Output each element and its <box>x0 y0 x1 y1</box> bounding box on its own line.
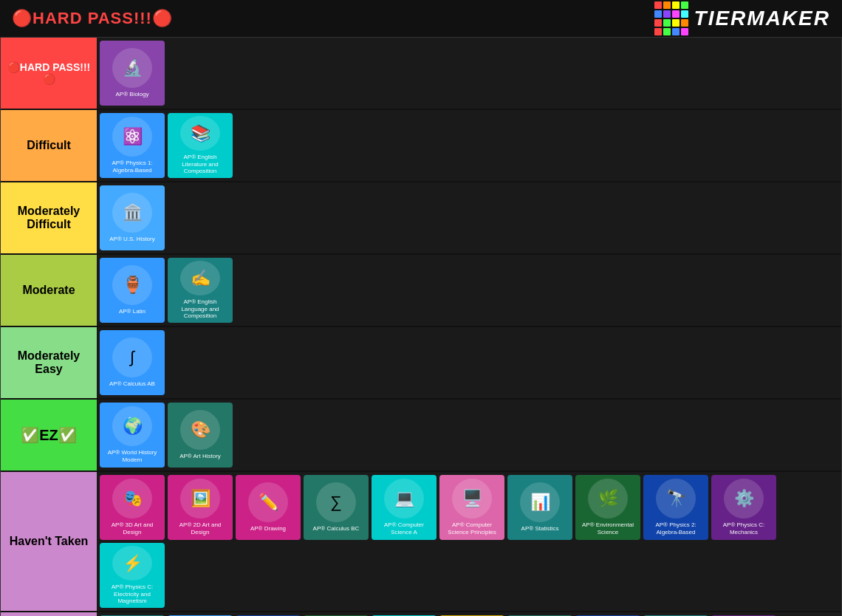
item-icon: ⚛️ <box>112 117 152 157</box>
item-icon: ⚙️ <box>724 479 764 519</box>
item-icon: 📊 <box>520 482 560 522</box>
tier-item[interactable]: 🌍AP® World History Modern <box>100 403 165 468</box>
item-icon: 🎨 <box>180 410 220 450</box>
logo-text: TiERMAKER <box>694 7 830 30</box>
tier-item[interactable]: 💻AP® Computer Science A <box>372 475 437 540</box>
tier-item[interactable]: ⚛️AP® Physics 1: Algebra-Based <box>100 113 165 178</box>
item-label: AP® 3D Art and Design <box>103 521 162 535</box>
item-label: AP® Computer Science A <box>374 521 434 535</box>
tier-item[interactable]: ∑AP® Calculus BC <box>304 475 369 540</box>
item-label: AP® Computer Science Principles <box>442 521 502 535</box>
item-label: AP® Statistics <box>521 525 559 533</box>
item-icon: 🎭 <box>112 479 152 519</box>
tier-label-havent-taken2: Haven't Taken <box>1 612 97 616</box>
tiermaker-logo: TiERMAKER <box>654 1 830 35</box>
tier-items-mod-difficult: 🏛️AP® U.S. History <box>97 182 841 253</box>
tier-item[interactable]: ∫AP® Calculus AB <box>100 330 165 395</box>
tier-row-mod-difficult: Moderately Difficult🏛️AP® U.S. History <box>1 182 841 255</box>
tier-items-difficult: ⚛️AP® Physics 1: Algebra-Based📚AP® Engli… <box>97 110 841 181</box>
tier-item[interactable]: 🎭AP® 3D Art and Design <box>100 475 165 540</box>
item-label: AP® Calculus BC <box>313 525 360 533</box>
header: 🔴HARD PASS!!!🔴 TiERMAKER <box>0 0 842 37</box>
tier-item[interactable]: 🖥️AP® Computer Science Principles <box>439 475 504 540</box>
item-icon: ⚡ <box>112 546 152 581</box>
tier-item[interactable]: 🌿AP® Environmental Science <box>575 475 640 540</box>
item-label: AP® Art History <box>179 453 221 460</box>
item-label: AP® Physics 2: Algebra-Based <box>646 521 705 535</box>
tier-row-havent-taken: Haven't Taken🎭AP® 3D Art and Design🖼️AP®… <box>1 472 841 612</box>
tier-items-hard: 🔬AP® Biology <box>97 38 841 109</box>
tier-row-mod-easy: Moderately Easy∫AP® Calculus AB <box>1 327 841 400</box>
logo-grid-icon <box>654 1 688 35</box>
item-label: AP® Physics C: Electricity and Magnetism <box>103 584 162 605</box>
tier-item[interactable]: 🔬AP® Biology <box>100 41 165 106</box>
item-label: AP® English Language and Composition <box>171 298 230 320</box>
tier-label-havent-taken: Haven't Taken <box>1 472 97 611</box>
item-label: AP® 2D Art and Design <box>171 521 230 535</box>
tier-row-moderate: Moderate🏺AP® Latin✍️AP® English Language… <box>1 255 841 327</box>
tier-item[interactable]: ⚡AP® Physics C: Electricity and Magnetis… <box>100 543 165 608</box>
item-label: AP® Physics C: Mechanics <box>714 521 773 535</box>
tier-item[interactable]: 📚AP® English Literature and Composition <box>168 113 233 178</box>
tier-row-ez: ✅EZ✅🌍AP® World History Modern🎨AP® Art Hi… <box>1 400 841 472</box>
tier-items-havent-taken: 🎭AP® 3D Art and Design🖼️AP® 2D Art and D… <box>97 472 841 611</box>
tier-row-havent-taken2: Haven't Taken中AP® Chinese Language and C… <box>1 612 841 616</box>
item-icon: 💻 <box>384 479 424 519</box>
item-icon: ∫ <box>112 338 152 377</box>
tier-items-havent-taken2: 中AP® Chinese Language and Culture🇫🇷AP® F… <box>97 612 841 616</box>
tier-label-hard: 🔴HARD PASS!!!🔴 <box>1 38 97 109</box>
item-icon: 🔭 <box>656 479 696 519</box>
item-label: AP® Drawing <box>250 525 286 533</box>
item-label: AP® World History Modern <box>103 449 162 463</box>
tier-label-mod-difficult: Moderately Difficult <box>1 182 97 253</box>
tier-item[interactable]: 🏛️AP® U.S. History <box>100 185 165 250</box>
tier-label-moderate: Moderate <box>1 255 97 326</box>
tier-label-difficult: Difficult <box>1 110 97 181</box>
item-label: AP® Calculus AB <box>109 380 155 388</box>
tier-label-ez: ✅EZ✅ <box>1 400 97 470</box>
item-label: AP® Biology <box>115 91 148 98</box>
item-icon: 🌿 <box>588 479 628 519</box>
tier-row-hard: 🔴HARD PASS!!!🔴🔬AP® Biology <box>1 38 841 110</box>
tier-item[interactable]: 🏺AP® Latin <box>100 258 165 323</box>
item-label: AP® Latin <box>119 308 146 315</box>
item-icon: ✍️ <box>180 261 220 295</box>
page-title: 🔴HARD PASS!!!🔴 <box>12 9 173 28</box>
item-icon: ✏️ <box>248 482 288 522</box>
item-icon: 🏺 <box>112 265 152 305</box>
tier-label-mod-easy: Moderately Easy <box>1 327 97 398</box>
tier-item[interactable]: ⚙️AP® Physics C: Mechanics <box>711 475 776 540</box>
item-icon: 🌍 <box>112 406 152 446</box>
tier-items-mod-easy: ∫AP® Calculus AB <box>97 327 841 398</box>
tier-item[interactable]: ✏️AP® Drawing <box>236 475 301 540</box>
tier-row-difficult: Difficult⚛️AP® Physics 1: Algebra-Based📚… <box>1 110 841 182</box>
tier-items-moderate: 🏺AP® Latin✍️AP® English Language and Com… <box>97 255 841 326</box>
tier-item[interactable]: 🖼️AP® 2D Art and Design <box>168 475 233 540</box>
item-icon: ∑ <box>316 482 356 522</box>
item-label: AP® English Literature and Composition <box>171 154 230 175</box>
tier-item[interactable]: ✍️AP® English Language and Composition <box>168 258 233 323</box>
item-label: AP® Physics 1: Algebra-Based <box>103 160 162 174</box>
tier-item[interactable]: 📊AP® Statistics <box>507 475 572 540</box>
tier-items-ez: 🌍AP® World History Modern🎨AP® Art Histor… <box>97 400 841 470</box>
tier-list: 🔴HARD PASS!!!🔴🔬AP® BiologyDifficult⚛️AP®… <box>0 37 842 616</box>
item-label: AP® Environmental Science <box>578 521 637 535</box>
item-icon: 🏛️ <box>112 193 152 233</box>
item-label: AP® U.S. History <box>109 236 154 243</box>
item-icon: 🖼️ <box>180 479 220 519</box>
item-icon: 🔬 <box>112 48 152 88</box>
tier-item[interactable]: 🎨AP® Art History <box>168 403 233 468</box>
item-icon: 🖥️ <box>452 479 492 519</box>
tier-item[interactable]: 🔭AP® Physics 2: Algebra-Based <box>643 475 708 540</box>
item-icon: 📚 <box>180 116 220 151</box>
